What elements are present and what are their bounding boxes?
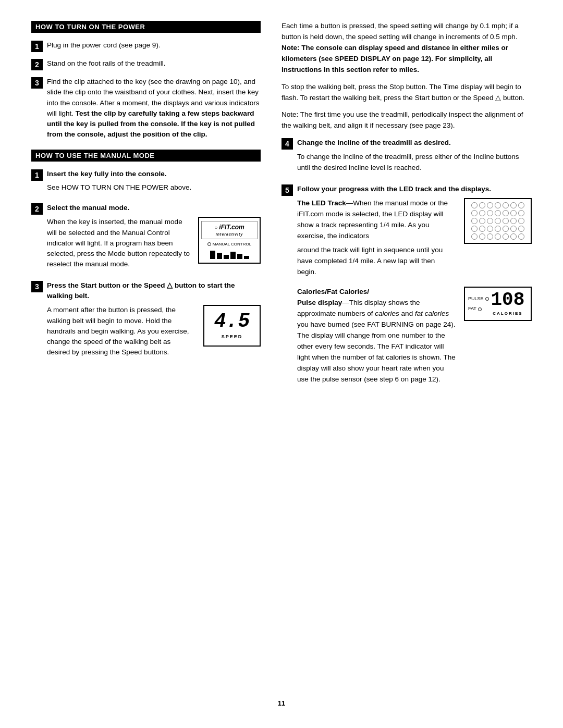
right-intro-bold: Note: The console can display speed and …: [282, 44, 508, 73]
ifit-logo-display: ○ iFIT.com interactivity: [201, 221, 258, 239]
led-dot: [503, 218, 509, 224]
step-manual-1-label: Insert the key fully into the console.: [47, 170, 167, 178]
calories-bottom-label: CALORIES: [491, 311, 525, 317]
led-track-subsection: The LED Track—When the manual mode or th…: [297, 198, 532, 280]
fat-label: FAT: [468, 305, 476, 313]
led-dot: [518, 226, 524, 232]
step-manual-1-body: See HOW TO TURN ON THE POWER above.: [47, 182, 261, 193]
led-dot: [487, 226, 493, 232]
step-manual-1: 1 Insert the key fully into the console.…: [31, 169, 261, 197]
led-dot: [479, 233, 485, 240]
manual-control-indicator: MANUAL CONTROL: [207, 241, 251, 248]
manual-control-display: ○ iFIT.com interactivity MANUAL CONTROL: [198, 217, 261, 264]
step-manual-2-label: Select the manual mode.: [47, 204, 129, 212]
step-right-4-body: To change the incline of the treadmill, …: [297, 152, 532, 174]
step-power-1-text: Plug in the power cord (see page 9).: [47, 41, 161, 49]
led-dot: [479, 202, 485, 208]
section-power-header: HOW TO TURN ON THE POWER: [31, 21, 261, 33]
step-right-4-content: Change the incline of the treadmill as d…: [297, 138, 532, 177]
right-intro-3: Note: The first time you use the treadmi…: [282, 109, 532, 131]
led-dot: [495, 226, 501, 232]
step-power-2-text: Stand on the foot rails of the treadmill…: [47, 59, 165, 67]
speed-display: 4.5 SPEED: [203, 305, 261, 347]
step-right-5-content: Follow your progress with the LED track …: [297, 184, 532, 392]
led-row-1: [468, 202, 528, 208]
led-dot: [510, 218, 517, 224]
led-row-4: [468, 226, 528, 232]
pulse-display-title: Pulse display: [297, 299, 342, 306]
led-dot: [471, 226, 478, 232]
calories-number-wrapper: 108 CALORIES: [491, 291, 525, 317]
page-number: 11: [31, 699, 532, 707]
led-dot: [479, 210, 485, 216]
led-dot: [479, 226, 485, 232]
section-manual: HOW TO USE THE MANUAL MODE 1 Insert the …: [31, 150, 261, 362]
step-manual-3-label: Press the Start button or the Speed △ bu…: [47, 281, 235, 300]
led-dot: [510, 210, 517, 216]
step-right-num-5: 5: [282, 184, 293, 196]
step-manual-2-body: When the key is inserted, the manual mod…: [47, 218, 190, 268]
bar-4: [230, 252, 236, 259]
calories-italic: calories: [375, 310, 399, 317]
calories-labels: PULSE FAT: [468, 295, 489, 313]
led-dot: [495, 202, 501, 208]
bar-3: [224, 255, 229, 259]
led-dot: [487, 233, 493, 240]
page: HOW TO TURN ON THE POWER 1 Plug in the p…: [0, 0, 563, 728]
fat-dot-icon: [478, 307, 482, 311]
led-dot: [503, 226, 509, 232]
calories-title: Calories/Fat Calories/: [297, 288, 369, 295]
manual-dot-icon: [207, 242, 211, 246]
led-dot: [510, 202, 517, 208]
led-dot: [471, 233, 478, 240]
section-power: HOW TO TURN ON THE POWER 1 Plug in the p…: [31, 21, 261, 140]
led-dot: [518, 233, 524, 240]
led-dot: [518, 218, 524, 224]
led-dot: [495, 218, 501, 224]
bar-2: [217, 253, 222, 259]
speed-label: SPEED: [222, 334, 243, 341]
step-manual-2-figure: When the key is inserted, the manual mod…: [47, 217, 261, 269]
ifit-sub-text: interactivity: [203, 232, 256, 238]
right-column: Each time a button is pressed, the speed…: [282, 21, 532, 689]
step-manual-2-content: Select the manual mode. When the key is …: [47, 203, 261, 274]
step-right-5-label: Follow your progress with the LED track …: [297, 185, 491, 193]
step-power-1: 1 Plug in the power cord (see page 9).: [31, 40, 261, 52]
calories-and: and: [399, 310, 415, 317]
led-row-5: [468, 233, 528, 240]
calories-body-2: you have burned (see FAT BURNING on page…: [297, 320, 456, 383]
step-power-3-text-bold: Test the clip by carefully taking a few …: [47, 109, 255, 139]
fat-label-row: FAT: [468, 305, 489, 313]
step-power-1-content: Plug in the power cord (see page 9).: [47, 40, 261, 51]
step-manual-3: 3 Press the Start button or the Speed △ …: [31, 280, 261, 362]
step-power-2-content: Stand on the foot rails of the treadmill…: [47, 58, 261, 69]
bar-6: [244, 256, 249, 259]
manual-control-text: MANUAL CONTROL: [213, 241, 251, 248]
calories-value: 108: [491, 291, 525, 310]
led-dot: [518, 202, 524, 208]
step-manual-3-body: A moment after the button is pressed, th…: [47, 306, 189, 356]
led-dot: [495, 233, 501, 240]
right-intro-2: To stop the walking belt, press the Stop…: [282, 82, 532, 104]
led-dot: [487, 210, 493, 216]
step-right-4-label: Change the incline of the treadmill as d…: [297, 139, 451, 146]
step-number-1: 1: [31, 41, 43, 52]
step-manual-num-1: 1: [31, 169, 43, 181]
led-row-2: [468, 210, 528, 216]
bar-1: [210, 251, 215, 259]
led-dot: [503, 202, 509, 208]
led-row-3: [468, 218, 528, 224]
section-manual-header: HOW TO USE THE MANUAL MODE: [31, 150, 261, 162]
fat-calories-italic: fat calories: [415, 310, 449, 317]
led-dot: [471, 202, 478, 208]
led-track-display: [464, 198, 532, 244]
led-track-body2: around the track will light in sequence …: [297, 245, 456, 278]
pulse-label-row: PULSE: [468, 295, 489, 303]
speed-value: 4.5: [214, 312, 250, 331]
calories-text: Calories/Fat Calories/ Pulse display—Thi…: [297, 287, 456, 388]
step-power-3: 3 Find the clip attached to the key (see…: [31, 77, 261, 140]
step-manual-num-2: 2: [31, 203, 43, 215]
pulse-dot-icon: [485, 297, 489, 301]
led-dot: [487, 218, 493, 224]
step-number-2: 2: [31, 59, 43, 70]
